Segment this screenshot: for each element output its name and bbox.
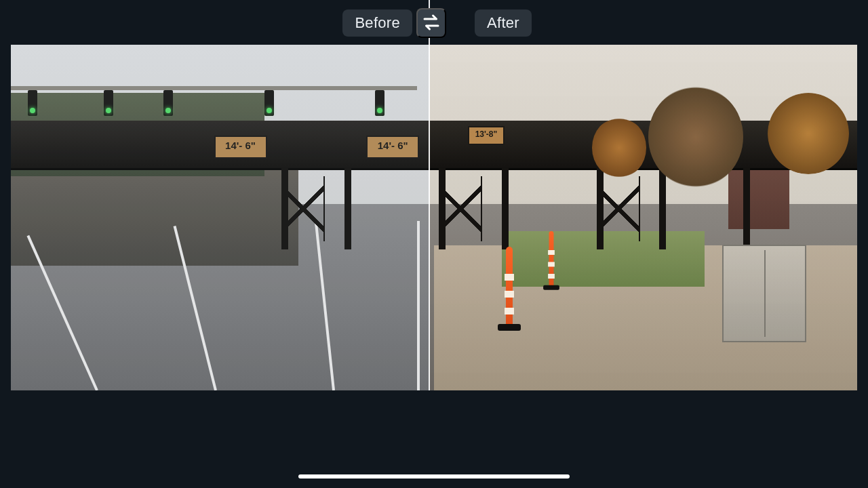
utility-cabinet bbox=[722, 245, 806, 342]
before-label: Before bbox=[355, 14, 400, 32]
editor-stage: Before After 14'- 6" 14'- 6" bbox=[0, 0, 868, 488]
traffic-light bbox=[163, 90, 173, 116]
home-indicator[interactable] bbox=[298, 474, 570, 479]
compare-canvas[interactable]: 14'- 6" 14'- 6" 13'-8" bbox=[11, 45, 857, 390]
traffic-light bbox=[375, 90, 384, 116]
swap-button[interactable] bbox=[416, 8, 446, 38]
traffic-cone bbox=[502, 247, 517, 328]
traffic-light bbox=[28, 90, 37, 116]
traffic-light bbox=[104, 90, 113, 116]
signal-gantry bbox=[11, 86, 417, 90]
clearance-sign-right: 14'- 6" bbox=[366, 136, 419, 159]
before-chip[interactable]: Before bbox=[342, 9, 412, 37]
after-label: After bbox=[487, 14, 519, 32]
compare-divider[interactable] bbox=[429, 45, 430, 390]
trees bbox=[451, 86, 857, 259]
clearance-sign-left: 14'- 6" bbox=[214, 136, 267, 159]
after-chip[interactable]: After bbox=[475, 9, 532, 37]
traffic-light bbox=[264, 90, 274, 116]
swap-icon bbox=[421, 12, 441, 35]
